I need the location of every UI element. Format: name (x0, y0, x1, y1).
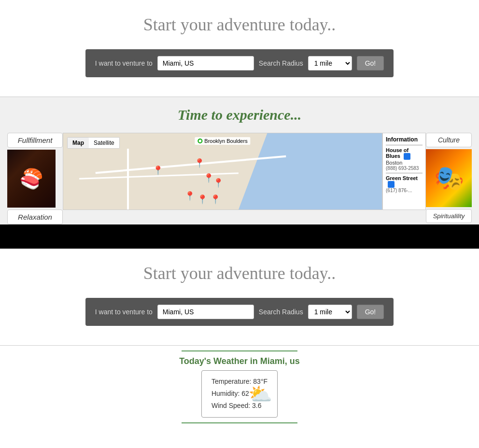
bottom-go-button[interactable]: Go! (357, 305, 384, 319)
left-sidebar: Fullfillment Relaxation (5, 133, 63, 224)
culture-photo: 🎭 (426, 149, 472, 207)
info-panel: Information House of Blues Boston (888) … (382, 133, 426, 210)
map-water (239, 133, 382, 210)
venue2-phone: (617) 876-... (386, 188, 423, 193)
weather-bottom-border (182, 422, 297, 423)
culture-image: 🎭 (426, 149, 472, 207)
map-pin[interactable]: 📍 (194, 158, 205, 168)
page-title: Start your adventure today.. (10, 14, 469, 35)
go-button[interactable]: Go! (357, 56, 384, 70)
info-divider2 (386, 173, 423, 173)
category-spirituality[interactable]: Spiritualility (426, 209, 472, 223)
info-title: Information (386, 136, 423, 143)
venue1-phone: (888) 693-2583 (386, 166, 423, 171)
venue1-name: House of Blues (386, 147, 423, 160)
experience-title: Time to experience... (5, 107, 474, 123)
map-pin[interactable]: 📍 (197, 194, 208, 205)
map-pin[interactable]: 📍 (213, 178, 224, 188)
black-bar (0, 224, 479, 249)
category-fulfillment[interactable]: Fullfillment (7, 133, 63, 148)
content-area: Fullfillment Relaxation Brooklyn Boulder… (5, 133, 474, 224)
weather-section: Today's Weather in Miami, us Temperature… (0, 346, 479, 428)
map-pin[interactable]: 📍 (153, 165, 163, 176)
map-road (127, 149, 129, 210)
bottom-search-label: I want to venture to (95, 308, 153, 316)
search-input[interactable] (157, 56, 254, 70)
map-container: Brooklyn Boulders Map Satellite 📍 📍 📍 📍 … (63, 133, 382, 210)
bottom-section: Start your adventure today.. I want to v… (0, 249, 479, 345)
weather-title: Today's Weather in Miami, us (10, 356, 469, 366)
search-label: I want to venture to (95, 59, 153, 67)
bottom-radius-label: Search Radius (259, 308, 303, 316)
top-section: Start your adventure today.. I want to v… (0, 0, 479, 97)
experience-section: Time to experience... Fullfillment Relax… (0, 97, 479, 224)
venue2-name: Green Street (386, 175, 423, 188)
map-pin[interactable]: 📍 (184, 191, 195, 201)
radius-label: Search Radius (259, 59, 303, 67)
venue-icon2 (388, 181, 394, 188)
map-pin[interactable]: 📍 (210, 194, 221, 205)
bottom-title: Start your adventure today.. (10, 263, 469, 283)
bottom-search-bar: I want to venture to Search Radius 1 mil… (85, 298, 394, 326)
satellite-button[interactable]: Satellite (89, 138, 119, 148)
map-pin[interactable]: 📍 (203, 173, 214, 183)
weather-icon: ⛅ (248, 382, 272, 405)
food-photo (7, 150, 56, 208)
right-sidebar: Culture 🎭 Spiritualility (426, 133, 474, 223)
map-button[interactable]: Map (68, 138, 89, 148)
bottom-search-input[interactable] (157, 305, 254, 319)
search-bar: I want to venture to Search Radius 1 mil… (85, 49, 394, 77)
weather-top-border (182, 350, 297, 351)
venue-icon (404, 153, 410, 160)
map-view[interactable]: Brooklyn Boulders Map Satellite 📍 📍 📍 📍 … (63, 133, 382, 210)
food-image (7, 150, 56, 208)
weather-box: Temperature: 83°F Humidity: 62 Wind Spee… (201, 370, 278, 418)
venue1-city: Boston (386, 160, 423, 166)
category-relaxation[interactable]: Relaxation (7, 210, 63, 224)
map-location-label: Brooklyn Boulders (195, 137, 250, 145)
map-controls: Map Satellite (67, 137, 120, 149)
bottom-radius-select[interactable]: 1 mile 5 miles 10 miles 25 miles (308, 305, 352, 319)
info-divider (386, 145, 423, 145)
radius-select[interactable]: 1 mile 5 miles 10 miles 25 miles (308, 56, 352, 70)
category-culture[interactable]: Culture (426, 133, 472, 147)
map-dot-icon (197, 139, 202, 143)
